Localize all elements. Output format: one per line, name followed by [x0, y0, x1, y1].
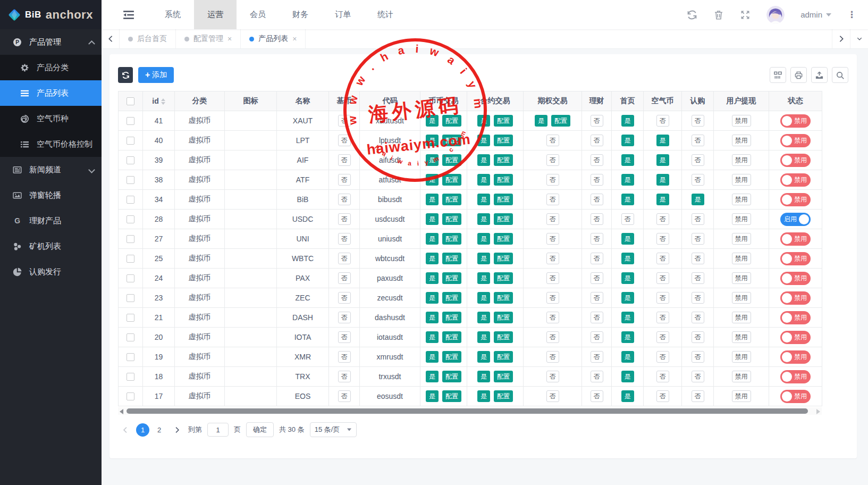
- sidebar-item-新闻频道[interactable]: 新闻频道: [0, 157, 102, 182]
- fullscreen-icon[interactable]: [740, 10, 751, 20]
- row-checkbox[interactable]: [127, 215, 134, 223]
- row-checkbox[interactable]: [127, 294, 134, 302]
- columns-display-icon[interactable]: [770, 67, 786, 83]
- top-menu-会员[interactable]: 会员: [237, 0, 279, 29]
- config-button[interactable]: 配置: [494, 115, 513, 127]
- brand-logo[interactable]: BiB anchorx: [0, 0, 102, 29]
- config-button[interactable]: 配置: [551, 115, 570, 127]
- status-toggle[interactable]: 禁用: [780, 232, 811, 246]
- row-checkbox[interactable]: [127, 333, 134, 341]
- goto-page-input[interactable]: [207, 423, 229, 437]
- refresh-table-button[interactable]: [118, 67, 133, 83]
- tab-close-icon[interactable]: ×: [292, 35, 297, 43]
- config-button[interactable]: 配置: [442, 272, 461, 284]
- top-menu-统计[interactable]: 统计: [364, 0, 407, 29]
- row-checkbox[interactable]: [127, 117, 134, 125]
- tabs-scroll-left-icon[interactable]: [102, 29, 120, 48]
- tabs-scroll-right-icon[interactable]: [832, 29, 850, 48]
- config-button[interactable]: 配置: [494, 233, 513, 245]
- config-button[interactable]: 配置: [442, 213, 461, 225]
- config-button[interactable]: 配置: [442, 312, 461, 323]
- status-toggle[interactable]: 禁用: [780, 272, 811, 285]
- sidebar-item-矿机列表[interactable]: 矿机列表: [0, 233, 102, 259]
- status-toggle[interactable]: 禁用: [780, 252, 811, 265]
- sidebar-item-理财产品[interactable]: G理财产品: [0, 208, 102, 233]
- print-icon[interactable]: [790, 67, 807, 83]
- status-toggle[interactable]: 禁用: [780, 134, 811, 147]
- config-button[interactable]: 配置: [442, 174, 461, 186]
- sidebar-item-认购发行[interactable]: 认购发行: [0, 259, 102, 285]
- config-button[interactable]: 配置: [442, 115, 461, 127]
- config-button[interactable]: 配置: [494, 154, 513, 166]
- config-button[interactable]: 配置: [494, 213, 513, 225]
- status-toggle[interactable]: 禁用: [780, 390, 811, 403]
- config-button[interactable]: 配置: [494, 292, 513, 304]
- export-icon[interactable]: [811, 67, 828, 83]
- config-button[interactable]: 配置: [494, 272, 513, 284]
- status-toggle[interactable]: 禁用: [780, 114, 811, 128]
- config-button[interactable]: 配置: [442, 390, 461, 402]
- config-button[interactable]: 配置: [494, 331, 513, 343]
- sidebar-item-产品列表[interactable]: 产品列表: [0, 80, 102, 106]
- scrollbar-thumb[interactable]: [127, 408, 808, 414]
- tab-后台首页[interactable]: 后台首页: [120, 29, 176, 48]
- row-checkbox[interactable]: [127, 314, 134, 322]
- top-menu-订单[interactable]: 订单: [322, 0, 364, 29]
- tab-产品列表[interactable]: 产品列表×: [241, 29, 306, 48]
- next-page-icon[interactable]: [171, 423, 183, 437]
- sidebar-item-产品分类[interactable]: 产品分类: [0, 55, 102, 80]
- status-toggle[interactable]: 禁用: [780, 193, 811, 206]
- status-toggle[interactable]: 禁用: [780, 291, 811, 305]
- row-checkbox[interactable]: [127, 255, 134, 263]
- config-button[interactable]: 配置: [494, 390, 513, 402]
- config-button[interactable]: 配置: [442, 371, 461, 382]
- config-button[interactable]: 配置: [442, 253, 461, 264]
- config-button[interactable]: 配置: [442, 292, 461, 304]
- config-button[interactable]: 配置: [494, 174, 513, 186]
- search-icon[interactable]: [832, 67, 848, 83]
- row-checkbox[interactable]: [127, 373, 134, 381]
- config-button[interactable]: 配置: [442, 135, 461, 146]
- confirm-button[interactable]: 确定: [246, 422, 274, 437]
- config-button[interactable]: 配置: [442, 233, 461, 245]
- tab-close-icon[interactable]: ×: [227, 35, 232, 43]
- config-button[interactable]: 配置: [494, 253, 513, 264]
- sidebar-group-产品管理[interactable]: P产品管理: [0, 29, 102, 55]
- top-menu-运营[interactable]: 运营: [194, 0, 237, 29]
- sort-icon[interactable]: [161, 98, 165, 105]
- sidebar-item-弹窗轮播[interactable]: 弹窗轮播: [0, 182, 102, 208]
- config-button[interactable]: 配置: [442, 351, 461, 363]
- scroll-left-arrow-icon[interactable]: [120, 409, 123, 414]
- top-menu-财务[interactable]: 财务: [279, 0, 322, 29]
- sidebar-item-空气币种[interactable]: 空气币种: [0, 106, 102, 131]
- status-toggle[interactable]: 启用: [780, 213, 811, 226]
- tabs-list-icon[interactable]: [850, 29, 868, 48]
- user-menu[interactable]: admin: [800, 10, 831, 19]
- horizontal-scrollbar[interactable]: [118, 407, 822, 415]
- status-toggle[interactable]: 禁用: [780, 331, 811, 344]
- trash-icon[interactable]: [713, 10, 724, 20]
- row-checkbox[interactable]: [127, 235, 134, 243]
- config-button[interactable]: 配置: [442, 194, 461, 205]
- page-2[interactable]: 2: [153, 423, 166, 437]
- refresh-icon[interactable]: [687, 10, 697, 20]
- config-button[interactable]: 配置: [494, 194, 513, 205]
- config-button[interactable]: 配置: [494, 371, 513, 382]
- prev-page-icon[interactable]: [119, 423, 131, 437]
- avatar[interactable]: [766, 6, 785, 24]
- status-toggle[interactable]: 禁用: [780, 173, 811, 187]
- row-checkbox[interactable]: [127, 392, 134, 400]
- row-checkbox[interactable]: [127, 353, 134, 361]
- add-button[interactable]: + 添加: [138, 67, 174, 83]
- status-toggle[interactable]: 禁用: [780, 154, 811, 167]
- status-toggle[interactable]: 禁用: [780, 350, 811, 364]
- row-checkbox[interactable]: [127, 137, 134, 145]
- sidebar-item-空气币价格控制[interactable]: 空气币价格控制: [0, 131, 102, 157]
- tab-配置管理[interactable]: 配置管理×: [176, 29, 241, 48]
- config-button[interactable]: 配置: [442, 154, 461, 166]
- top-menu-系统[interactable]: 系统: [151, 0, 194, 29]
- row-checkbox[interactable]: [127, 274, 134, 282]
- scroll-right-arrow-icon[interactable]: [816, 409, 820, 414]
- row-checkbox[interactable]: [127, 196, 134, 204]
- status-toggle[interactable]: 禁用: [780, 370, 811, 383]
